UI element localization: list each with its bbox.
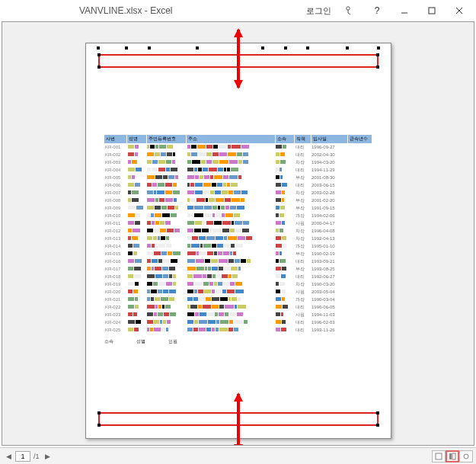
row-id: KR-014 bbox=[104, 242, 127, 250]
maximize-button[interactable] bbox=[418, 2, 446, 19]
row-id: KR-020 bbox=[104, 288, 127, 296]
table-cell bbox=[187, 174, 275, 181]
row-years bbox=[348, 151, 372, 158]
table-cell bbox=[127, 158, 146, 166]
table-cell bbox=[127, 326, 146, 334]
table-cell bbox=[275, 181, 294, 189]
table-cell bbox=[275, 258, 294, 265]
table-cell bbox=[275, 311, 294, 318]
row-date: 1990-03-04 bbox=[311, 296, 348, 303]
view-normal-button[interactable] bbox=[432, 450, 446, 462]
table-cell bbox=[187, 258, 275, 265]
row-id: KR-023 bbox=[104, 311, 127, 318]
row-id: KR-007 bbox=[104, 189, 127, 197]
table-cell bbox=[127, 273, 146, 280]
table-cell bbox=[146, 318, 187, 326]
row-years bbox=[348, 326, 372, 334]
table-header: 입사일 bbox=[311, 135, 348, 143]
row-years bbox=[348, 212, 372, 219]
touch-mode-icon[interactable] bbox=[336, 2, 363, 19]
bottom-margin-arrow-icon bbox=[232, 392, 244, 446]
table-row: KR-020사원2003-05-04 bbox=[104, 288, 372, 296]
page-preview: 사번성명주민등록번호주소소속직책입사일근속년수 KR-001대리1996-09-… bbox=[85, 43, 391, 439]
table-cell bbox=[127, 151, 146, 158]
table-cell bbox=[275, 174, 294, 181]
close-button[interactable] bbox=[446, 2, 473, 19]
row-id: KR-006 bbox=[104, 181, 127, 189]
row-title: 과장 bbox=[295, 296, 311, 303]
table-cell bbox=[187, 158, 275, 166]
row-title: 대리 bbox=[295, 143, 311, 151]
row-years bbox=[348, 311, 372, 318]
minimize-button[interactable] bbox=[391, 2, 418, 19]
table-cell bbox=[275, 303, 294, 311]
help-icon[interactable]: ? bbox=[363, 2, 391, 19]
row-title: 대리 bbox=[295, 258, 311, 265]
row-years bbox=[348, 227, 372, 235]
table-cell bbox=[275, 197, 294, 204]
page-number-input[interactable] bbox=[15, 451, 30, 462]
row-years bbox=[348, 242, 372, 250]
row-title: 대리 bbox=[295, 326, 311, 334]
table-cell bbox=[275, 227, 294, 235]
table-cell bbox=[275, 235, 294, 242]
table-cell bbox=[187, 227, 275, 235]
row-years bbox=[348, 204, 372, 212]
prev-page-button[interactable]: ◀ bbox=[3, 451, 14, 462]
svg-point-14 bbox=[464, 454, 468, 459]
table-cell bbox=[187, 303, 275, 311]
table-cell bbox=[127, 166, 146, 174]
table-cell bbox=[127, 296, 146, 303]
svg-marker-10 bbox=[234, 444, 243, 446]
print-preview-area: 사번성명주민등록번호주소소속직책입사일근속년수 KR-001대리1996-09-… bbox=[2, 21, 474, 446]
table-cell bbox=[146, 197, 187, 204]
row-years bbox=[348, 235, 372, 242]
svg-point-0 bbox=[347, 7, 350, 10]
row-title: 사원 bbox=[295, 311, 311, 318]
view-page-layout-button[interactable] bbox=[446, 450, 459, 462]
table-row: KR-004대리1994-11-29 bbox=[104, 166, 372, 174]
table-cell bbox=[275, 219, 294, 227]
row-date: 1993-08-25 bbox=[311, 265, 348, 273]
svg-rect-2 bbox=[429, 8, 435, 14]
table-cell bbox=[127, 242, 146, 250]
table-row: KR-017부장1993-08-25 bbox=[104, 265, 372, 273]
row-years bbox=[348, 265, 372, 273]
row-title: 대리 bbox=[295, 303, 311, 311]
legend-label: 성별 bbox=[136, 339, 145, 344]
row-id: KR-016 bbox=[104, 258, 127, 265]
row-years bbox=[348, 280, 372, 288]
page-total-label: /1 bbox=[34, 453, 40, 460]
login-label[interactable]: 로그인 bbox=[306, 5, 331, 17]
table-cell bbox=[187, 280, 275, 288]
table-cell bbox=[275, 273, 294, 280]
titlebar: VANVLINE.xlsx - Excel 로그인 ? bbox=[0, 0, 476, 21]
row-years bbox=[348, 288, 372, 296]
statusbar: ◀ /1 ▶ bbox=[0, 447, 476, 464]
table-cell bbox=[127, 219, 146, 227]
table-cell bbox=[127, 235, 146, 242]
table-row: KR-001대리1996-09-27 bbox=[104, 143, 372, 151]
table-cell bbox=[127, 311, 146, 318]
next-page-button[interactable]: ▶ bbox=[43, 451, 53, 462]
table-row: KR-009부장1991-09-15 bbox=[104, 204, 372, 212]
legend-label: 인원 bbox=[168, 339, 177, 344]
table-cell bbox=[146, 204, 187, 212]
table-cell bbox=[275, 151, 294, 158]
table-row: KR-007차장2003-02-28 bbox=[104, 189, 372, 197]
row-date: 1990-03-20 bbox=[311, 280, 348, 288]
table-cell bbox=[187, 242, 275, 250]
table-row: KR-008부장2001-02-20 bbox=[104, 197, 372, 204]
row-id: KR-025 bbox=[104, 326, 127, 334]
table-cell bbox=[127, 303, 146, 311]
view-buttons bbox=[432, 450, 473, 462]
row-years bbox=[348, 273, 372, 280]
row-years bbox=[348, 250, 372, 258]
row-date: 1992-04-13 bbox=[311, 235, 348, 242]
row-id: KR-017 bbox=[104, 265, 127, 273]
view-margins-button[interactable] bbox=[459, 450, 473, 462]
row-years bbox=[348, 158, 372, 166]
row-years bbox=[348, 303, 372, 311]
row-title: 차장 bbox=[295, 189, 311, 197]
row-years bbox=[348, 197, 372, 204]
